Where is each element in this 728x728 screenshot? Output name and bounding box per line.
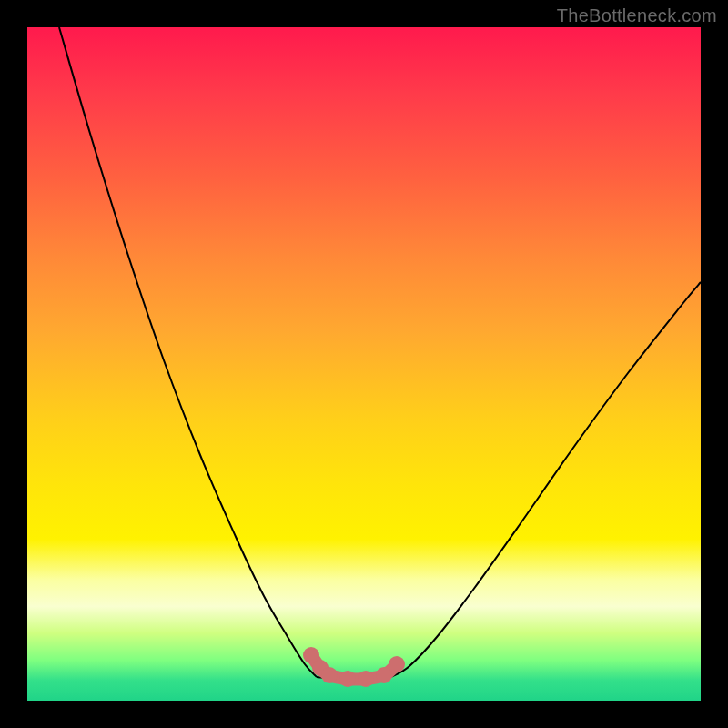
curve-left (59, 27, 317, 677)
bump-dots-group (303, 647, 405, 687)
bump-dot (358, 671, 374, 687)
chart-plot-area (27, 27, 701, 701)
watermark-text: TheBottleneck.com (557, 5, 717, 26)
bump-dot (376, 667, 392, 683)
bump-dot (339, 671, 356, 687)
curve-right (391, 282, 701, 677)
chart-svg (27, 27, 701, 701)
bump-dot (389, 656, 405, 672)
bump-dot (321, 667, 338, 683)
